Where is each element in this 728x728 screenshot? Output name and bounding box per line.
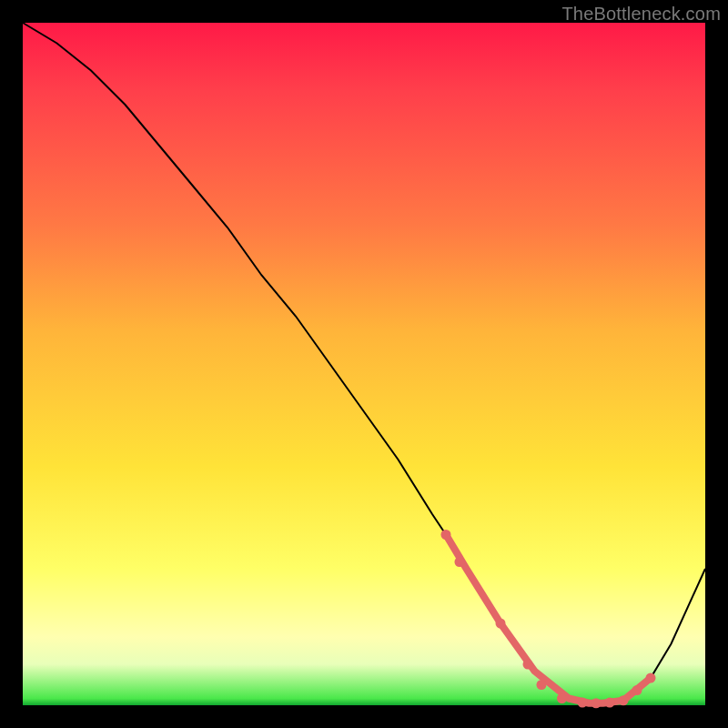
highlight-dot — [496, 619, 506, 629]
highlight-dot — [523, 660, 533, 670]
watermark-text: TheBottleneck.com — [561, 4, 721, 25]
highlight-dot — [632, 685, 642, 695]
plot-area — [23, 23, 705, 705]
highlight-dot — [578, 698, 588, 708]
highlight-dot — [646, 673, 656, 683]
highlight-dot — [455, 557, 465, 567]
highlight-dot — [619, 695, 629, 705]
highlight-segment — [446, 535, 651, 703]
highlight-dot — [557, 693, 567, 703]
highlight-dot — [441, 530, 451, 540]
highlight-dot — [605, 698, 615, 708]
chart-svg — [23, 23, 705, 705]
highlight-dot — [592, 698, 602, 708]
highlight-dot — [537, 680, 547, 690]
bottleneck-curve — [23, 23, 705, 703]
chart-container: TheBottleneck.com — [0, 0, 728, 728]
